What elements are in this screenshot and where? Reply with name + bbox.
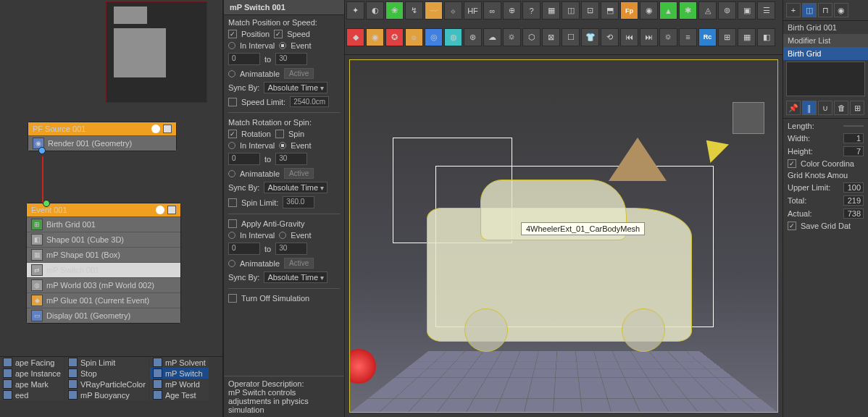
op-item[interactable]: ape Instance bbox=[0, 368, 64, 379]
node-row-mpswitch[interactable]: ⇄mP Switch 001 bbox=[27, 262, 180, 277]
expand-icon[interactable] bbox=[167, 206, 176, 214]
fp-button[interactable]: Fp bbox=[620, 1, 638, 20]
tool-icon[interactable]: ⊠ bbox=[542, 28, 560, 46]
to-spinner3[interactable]: 30 bbox=[275, 243, 307, 255]
tool-icon[interactable]: ✪ bbox=[385, 28, 404, 46]
unique-icon[interactable]: ∪ bbox=[818, 101, 832, 115]
node-title[interactable]: Event 001 bbox=[27, 203, 180, 216]
config-icon[interactable]: ⊞ bbox=[850, 101, 864, 115]
node-row-mpworld[interactable]: ◍mP World 003 (mP World 002) bbox=[27, 277, 180, 292]
in-interval-radio3[interactable] bbox=[228, 232, 235, 239]
tool-icon[interactable]: ◉ bbox=[366, 28, 384, 46]
tool-icon[interactable]: ▲ bbox=[659, 1, 677, 20]
node-title[interactable]: PF Source 001 bbox=[28, 122, 176, 135]
tool-icon[interactable]: ⛭ bbox=[503, 28, 521, 46]
node-row-mpglue[interactable]: ◆mP Glue 001 (Current Event) bbox=[27, 292, 180, 308]
tool-icon[interactable]: ⊞ bbox=[718, 28, 736, 46]
spin-limit-checkbox[interactable] bbox=[228, 198, 237, 207]
tool-icon[interactable]: ✱ bbox=[679, 1, 697, 20]
height-field[interactable]: 7 bbox=[843, 146, 864, 156]
tool-icon[interactable]: ◆ bbox=[346, 28, 364, 46]
op-item[interactable]: VRayParticleColor bbox=[65, 379, 149, 389]
to-spinner2[interactable]: 30 bbox=[275, 153, 307, 165]
syncby-dropdown3[interactable]: Absolute Time▾ bbox=[264, 271, 327, 283]
3d-viewport[interactable]: 4WheelerExt_01_CarBodyMesh bbox=[349, 59, 778, 413]
tool-icon[interactable]: ⊡ bbox=[581, 1, 599, 20]
node-editor[interactable]: PF Source 001 ◉ Render 001 (Geometry) Ev… bbox=[0, 0, 223, 417]
node-row-display[interactable]: ▭Display 001 (Geometry) bbox=[27, 308, 180, 323]
tool-icon[interactable]: ⏮ bbox=[620, 28, 638, 46]
tool-icon[interactable]: ⛭ bbox=[659, 28, 677, 46]
port-out[interactable] bbox=[38, 147, 46, 154]
node-event[interactable]: Event 001 ⊞Birth Grid 001 ◧Shape 001 (Cu… bbox=[26, 203, 181, 324]
event-radio[interactable] bbox=[279, 42, 286, 49]
tool-icon[interactable]: ⊕ bbox=[503, 1, 521, 20]
expand-icon[interactable] bbox=[163, 125, 172, 133]
modifier-stack-item[interactable]: Birth Grid bbox=[783, 47, 868, 60]
tool-icon[interactable]: ⬡ bbox=[522, 28, 541, 46]
in-interval-radio[interactable] bbox=[228, 42, 235, 49]
port-in[interactable] bbox=[43, 200, 50, 207]
tool-icon[interactable]: ∞ bbox=[483, 1, 501, 20]
op-item[interactable]: Spin Limit bbox=[65, 357, 149, 368]
pin-icon[interactable]: 📌 bbox=[786, 101, 801, 115]
animatable-radio[interactable] bbox=[228, 70, 235, 77]
op-item[interactable]: ape Mark bbox=[0, 379, 64, 389]
tool-icon[interactable]: ◍ bbox=[444, 28, 462, 46]
tool-icon[interactable]: ⏭ bbox=[640, 28, 658, 46]
save-grid-checkbox[interactable] bbox=[788, 222, 796, 230]
motion-tab-icon[interactable]: ◉ bbox=[834, 3, 848, 17]
modifier-list-label[interactable]: Modifier List bbox=[783, 34, 868, 47]
tool-icon[interactable]: ✦ bbox=[346, 1, 364, 20]
active-button3[interactable]: Active bbox=[284, 258, 314, 269]
in-interval-radio2[interactable] bbox=[228, 142, 235, 149]
event-radio2[interactable] bbox=[279, 142, 286, 149]
tool-icon[interactable]: 👕 bbox=[581, 28, 599, 46]
rotation-checkbox[interactable] bbox=[228, 130, 237, 138]
op-item[interactable]: Stop bbox=[65, 368, 149, 379]
event-radio3[interactable] bbox=[279, 232, 286, 239]
tool-icon[interactable]: ☁ bbox=[483, 28, 501, 46]
width-field[interactable]: 1 bbox=[843, 133, 864, 143]
active-button2[interactable]: Active bbox=[284, 168, 314, 179]
op-item[interactable]: eed bbox=[0, 389, 64, 400]
rc-button[interactable]: Rc bbox=[698, 28, 717, 46]
op-item[interactable]: mP World bbox=[150, 379, 209, 389]
spin-limit-field[interactable]: 360.0 bbox=[283, 196, 314, 208]
op-item[interactable]: Age Test bbox=[150, 389, 209, 400]
tool-icon[interactable]: ▦ bbox=[542, 1, 560, 20]
modify-tab-icon[interactable]: ◫ bbox=[802, 3, 817, 17]
tool-icon[interactable]: ↯ bbox=[405, 1, 423, 20]
tool-icon[interactable]: HF bbox=[464, 1, 482, 20]
tool-icon[interactable]: ⬒ bbox=[601, 1, 619, 20]
upper-limit-field[interactable]: 100 bbox=[843, 182, 864, 193]
tool-icon[interactable]: ⊚ bbox=[718, 1, 736, 20]
tool-icon[interactable]: ❀ bbox=[385, 1, 404, 20]
tool-icon[interactable]: ◫ bbox=[562, 1, 580, 20]
create-tab-icon[interactable]: + bbox=[786, 3, 801, 17]
tool-icon[interactable]: ? bbox=[522, 1, 541, 20]
viewcube[interactable] bbox=[733, 102, 764, 134]
color-coord-checkbox[interactable] bbox=[788, 159, 796, 168]
node-pf-source[interactable]: PF Source 001 ◉ Render 001 (Geometry) bbox=[28, 122, 177, 151]
pyramid-object[interactable] bbox=[609, 138, 667, 181]
turnoff-checkbox[interactable] bbox=[228, 294, 237, 303]
op-item-selected[interactable]: mP Switch bbox=[150, 368, 209, 379]
to-spinner[interactable]: 30 bbox=[275, 53, 307, 65]
bulb-icon[interactable] bbox=[156, 206, 164, 214]
from-spinner3[interactable]: 0 bbox=[228, 243, 260, 255]
node-row-birthgrid[interactable]: ⊞Birth Grid 001 bbox=[27, 216, 180, 232]
tool-icon[interactable]: ⊛ bbox=[464, 28, 482, 46]
hierarchy-tab-icon[interactable]: ⊓ bbox=[818, 3, 832, 17]
operator-palette[interactable]: ape Facing ape Instance ape Mark eed Spi… bbox=[0, 356, 222, 417]
op-item[interactable]: mP Solvent bbox=[150, 357, 209, 368]
active-button[interactable]: Active bbox=[284, 68, 314, 79]
node-row-shape[interactable]: ◧Shape 001 (Cube 3D) bbox=[27, 232, 180, 247]
tool-icon[interactable]: ☰ bbox=[757, 1, 775, 20]
animatable-radio2[interactable] bbox=[228, 170, 235, 177]
node-row-mpshape[interactable]: ▦mP Shape 001 (Box) bbox=[27, 247, 180, 262]
tool-icon[interactable]: ◐ bbox=[366, 1, 384, 20]
remove-icon[interactable]: 🗑 bbox=[834, 101, 848, 115]
spin-checkbox[interactable] bbox=[275, 130, 284, 138]
bulb-icon[interactable] bbox=[151, 125, 160, 133]
